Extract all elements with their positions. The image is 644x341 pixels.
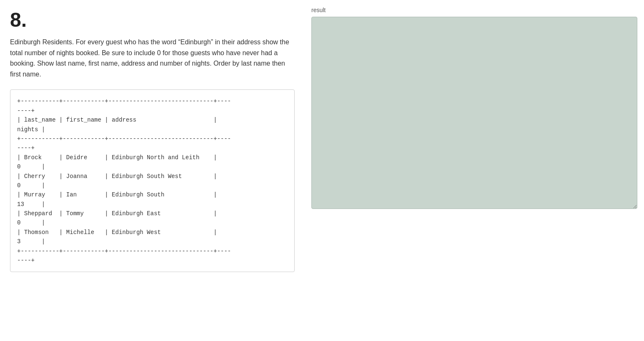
question-number: 8. (10, 10, 295, 30)
left-panel: 8. Edinburgh Residents. For every guest … (0, 0, 305, 341)
question-text: Edinburgh Residents. For every guest who… (10, 37, 295, 79)
result-label: result (311, 7, 637, 13)
query-result-table: +-----------+------------+--------------… (10, 89, 295, 272)
result-textarea[interactable] (311, 17, 637, 209)
right-panel: result (305, 0, 644, 341)
